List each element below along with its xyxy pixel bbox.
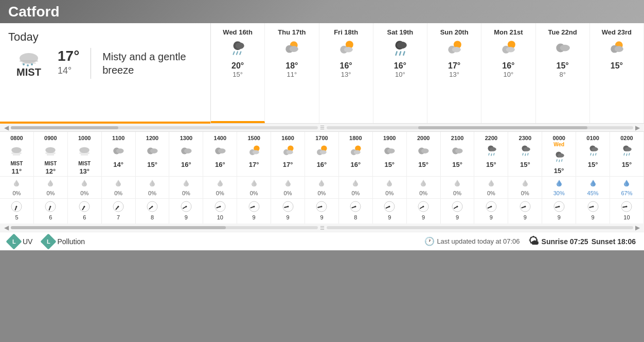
today-description: Misty and a gentle breeze [102, 50, 202, 77]
wind-speed: 9 [388, 214, 391, 220]
wind-col-15: 9 [508, 199, 542, 224]
wind-arrow-icon [147, 201, 158, 212]
wind-arrow [316, 201, 327, 214]
scroll-thumb [11, 126, 118, 129]
hour-temp: 15° [486, 161, 496, 168]
wind-arrow [113, 201, 124, 214]
rain-icon [216, 179, 225, 190]
hour-icon [518, 144, 532, 160]
svg-line-8 [234, 52, 235, 54]
hour-icon [44, 144, 57, 160]
location-title: Catford [8, 4, 60, 20]
forecast-day-icon [608, 39, 625, 59]
forecast-day-6[interactable]: Tue 22nd 15° 8° [536, 23, 590, 123]
wind-arrow-icon [587, 201, 599, 212]
scroll-left-arrow[interactable]: ◀ [4, 124, 9, 131]
forecast-day-3[interactable]: Sat 19th 16° 10° [373, 23, 427, 123]
wind-arrow [553, 201, 565, 214]
forecast-day-low: 11° [287, 71, 297, 78]
sunset-text: Sunset 18:06 [592, 237, 636, 246]
scroll-right-arrow[interactable]: ▶ [635, 124, 640, 131]
sunrise-text: Sunrise 07:25 [542, 237, 588, 246]
top-scrollbar[interactable]: ◀ ☰ ▶ [0, 124, 644, 132]
rain-icon [385, 179, 394, 190]
hour-condition: MIST [44, 161, 57, 166]
hour-col-0: 0800 MIST 11° [0, 132, 34, 176]
rain-drop-icon [521, 179, 530, 188]
wind-speed: 9 [490, 214, 493, 220]
wind-col-14: 9 [474, 199, 508, 224]
rain-percent: 0% [250, 190, 258, 196]
rain-icon [12, 179, 21, 190]
last-updated-text: Last updated today at 07:06 [437, 237, 520, 245]
forecast-day-high: 15° [611, 61, 623, 71]
rain-drop-icon [249, 179, 259, 188]
hour-icon [485, 144, 498, 160]
wind-arrow [621, 201, 632, 214]
hour-temp: 15° [520, 161, 530, 168]
wind-col-9: 9 [305, 199, 339, 224]
svg-line-92 [629, 153, 630, 155]
wind-speed: 8 [151, 214, 154, 220]
svg-line-21 [403, 52, 404, 55]
forecast-day-4[interactable]: Sun 20th 17° 13° [427, 23, 481, 123]
svg-line-72 [494, 153, 494, 155]
hour-col-11: 1900 15° [373, 132, 407, 176]
bottom-scrollbar[interactable]: ◀ ☰ ▶ [0, 224, 644, 232]
svg-point-112 [152, 206, 153, 208]
svg-point-13 [290, 46, 298, 52]
rain-icon [588, 179, 598, 190]
rain-icon [249, 179, 259, 190]
bottom-scroll-right[interactable]: ▶ [635, 224, 640, 231]
hour-label: 1900 [383, 132, 396, 142]
svg-point-52 [252, 150, 259, 154]
svg-rect-34 [12, 152, 22, 153]
svg-point-69 [490, 147, 496, 151]
wind-col-2: 6 [68, 199, 102, 224]
rain-drop-icon [487, 179, 496, 188]
forecast-day-2[interactable]: Fri 18th 16° 13° [319, 23, 373, 123]
hour-label: 1600 [281, 132, 294, 142]
today-label: Today [8, 30, 202, 44]
hour-col-17: 0100 15° [576, 132, 610, 176]
hour-icon [213, 144, 227, 160]
hour-temp: 16° [317, 161, 327, 168]
hour-col-16: 0000Wed 15° [542, 132, 576, 176]
svg-line-81 [559, 160, 560, 162]
svg-point-120 [219, 206, 221, 208]
hour-icon [451, 144, 464, 160]
hour-col-5: 1300 16° [169, 132, 203, 176]
wind-arrow [418, 201, 429, 214]
bottom-scroll-track-2[interactable] [327, 226, 634, 229]
forecast-day-1[interactable]: Thu 17th 18° 11° [265, 23, 319, 123]
pollution-badge-level: L [47, 238, 50, 245]
scroll-track-2[interactable] [327, 126, 634, 129]
bottom-scroll-left[interactable]: ◀ [4, 224, 9, 231]
forecast-day-icon [499, 39, 517, 59]
hour-label: 0000Wed [552, 132, 565, 148]
rain-col-5: 0% [169, 177, 203, 198]
scroll-track[interactable] [11, 126, 318, 129]
hourly-section: 0800 MIST 11° 0900 MIST 12° 1000 MIST 13… [0, 132, 644, 224]
rain-icon [487, 179, 496, 190]
hour-condition: MIST [11, 161, 23, 166]
forecast-day-7[interactable]: Wed 23rd 15° [590, 23, 644, 123]
svg-point-39 [79, 147, 90, 153]
bottom-scroll-track[interactable] [11, 226, 318, 229]
forecast-day-5[interactable]: Mon 21st 16° 10° [481, 23, 535, 123]
rain-col-12: 0% [407, 177, 441, 198]
svg-rect-38 [47, 155, 55, 156]
svg-point-47 [184, 148, 192, 153]
wind-arrow-icon [181, 201, 192, 212]
svg-line-20 [400, 52, 401, 55]
wind-speed: 9 [558, 214, 561, 220]
hour-label: 1300 [180, 132, 192, 142]
forecast-day-0[interactable]: Wed 16th 20° 15° [211, 23, 265, 123]
hour-icon [349, 144, 362, 160]
svg-point-5 [31, 63, 33, 65]
svg-point-32 [615, 46, 623, 52]
wind-arrow-icon [214, 201, 226, 212]
footer: L UV L Pollution 🕐 Last updated today at… [0, 232, 644, 250]
svg-point-43 [116, 148, 124, 153]
hour-icon [180, 144, 193, 160]
